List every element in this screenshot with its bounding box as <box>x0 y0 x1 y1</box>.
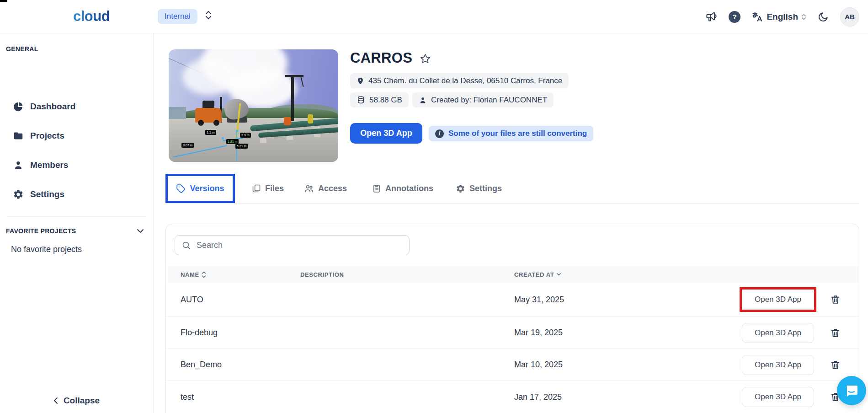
chevron-left-icon <box>53 397 58 404</box>
tab-label: Settings <box>469 184 502 193</box>
tab-access[interactable]: Access <box>304 174 347 203</box>
delete-version-button[interactable] <box>830 327 841 338</box>
open-3d-app-button[interactable]: Open 3D App <box>350 123 422 144</box>
thumbnail-valve <box>308 114 313 123</box>
measure-label: 5.21 m <box>235 144 248 149</box>
open-3d-app-row-button[interactable]: Open 3D App <box>742 290 814 310</box>
version-name: Ben_Demo <box>181 349 222 381</box>
sidebar-item-label: Settings <box>30 189 64 199</box>
favorite-projects-label: FAVORITE PROJECTS <box>6 227 76 235</box>
column-label: CREATED AT <box>514 271 554 278</box>
measure-label: 1.1 m <box>205 130 216 135</box>
tag-icon <box>176 184 186 193</box>
sidebar-item-projects[interactable]: Projects <box>0 121 153 150</box>
sidebar-item-settings[interactable]: Settings <box>0 180 153 209</box>
thumbnail-gantry <box>291 76 294 121</box>
sidebar-item-dashboard[interactable]: Dashboard <box>0 92 153 121</box>
version-created-at: Mar 19, 2025 <box>514 317 563 349</box>
tab-annotations[interactable]: Annotations <box>372 174 433 203</box>
trash-icon <box>830 294 841 306</box>
converting-notice-text: Some of your files are still converting <box>448 129 587 138</box>
trash-icon <box>830 327 841 338</box>
sidebar-item-label: Projects <box>30 131 64 141</box>
column-header-description[interactable]: DESCRIPTION <box>300 266 344 283</box>
gear-icon <box>456 184 465 193</box>
workspace-badge[interactable]: Internal <box>158 9 197 24</box>
trash-icon <box>830 359 841 370</box>
sidebar-item-label: Dashboard <box>30 102 75 112</box>
avatar[interactable]: AB <box>840 7 859 27</box>
top-bar: cloud Internal ? English AB <box>0 0 868 33</box>
chevron-down-icon <box>137 229 144 233</box>
creator-text: Created by: Florian FAUCONNET <box>431 96 547 105</box>
version-name: test <box>181 381 194 413</box>
column-header-name[interactable]: NAME <box>181 266 206 283</box>
favorites-empty-text: No favorite projects <box>11 245 82 254</box>
table-row[interactable]: test Jan 17, 2025 Open 3D App <box>166 381 859 413</box>
help-icon[interactable]: ? <box>729 11 740 23</box>
version-name: AUTO <box>181 283 203 316</box>
sidebar-section-general: GENERAL <box>6 45 38 53</box>
sort-updown-icon <box>202 271 206 278</box>
measure-label: 8.07 m <box>181 143 194 148</box>
project-thumbnail[interactable]: 1.1 m 2.9 m 1.81 m 8.07 m 5.21 m <box>169 49 338 162</box>
creator-badge: Created by: Florian FAUCONNET <box>412 92 554 107</box>
version-name: Flo-debug <box>181 317 218 349</box>
chat-bubble-icon <box>844 383 859 398</box>
workspace-selector-icon[interactable] <box>205 10 212 20</box>
page-title: CARROS <box>350 50 412 66</box>
thumbnail-wheel <box>198 120 204 126</box>
thumbnail-gantry <box>300 77 304 87</box>
version-created-at: May 31, 2025 <box>514 283 564 316</box>
screen-corner-artifact <box>0 0 7 2</box>
chat-widget-button[interactable] <box>837 376 866 405</box>
announcements-icon[interactable] <box>705 11 718 23</box>
favorite-star-icon[interactable] <box>420 53 431 64</box>
language-label: English <box>767 12 798 22</box>
favorite-projects-header[interactable]: FAVORITE PROJECTS <box>6 227 144 235</box>
annotation-red-box: Open 3D App <box>740 287 816 312</box>
column-label: NAME <box>181 271 199 278</box>
database-icon <box>357 96 365 104</box>
tab-label: Access <box>318 184 347 193</box>
translate-icon <box>751 11 763 23</box>
info-icon: i <box>435 129 444 138</box>
sort-down-icon <box>556 273 561 276</box>
clipboard-icon <box>372 184 381 193</box>
table-row[interactable]: Flo-debug Mar 19, 2025 Open 3D App <box>166 317 859 349</box>
sidebar-divider <box>7 216 146 217</box>
topbar-actions: ? English AB <box>705 0 859 33</box>
delete-version-button[interactable] <box>830 294 841 306</box>
search-box <box>175 235 410 255</box>
sidebar-nav: Dashboard Projects Members Settings <box>0 92 153 209</box>
column-header-created-at[interactable]: CREATED AT <box>514 266 561 283</box>
tabbar-divider <box>165 203 859 204</box>
delete-version-button[interactable] <box>830 359 841 370</box>
thumbnail-valve <box>284 117 291 125</box>
table-row[interactable]: Ben_Demo Mar 10, 2025 Open 3D App <box>166 349 859 381</box>
table-row[interactable]: AUTO May 31, 2025 Open 3D App <box>166 283 859 317</box>
sidebar-item-members[interactable]: Members <box>0 150 153 180</box>
tab-files[interactable]: Files <box>252 174 284 203</box>
language-selector[interactable]: English <box>751 11 806 23</box>
search-input[interactable] <box>197 241 403 250</box>
files-icon <box>252 184 261 193</box>
pie-chart-icon <box>13 101 24 112</box>
table-header-row: NAME DESCRIPTION CREATED AT <box>166 266 859 283</box>
chevron-updown-icon <box>801 13 806 21</box>
collapse-sidebar-button[interactable]: Collapse <box>0 396 153 406</box>
dark-mode-icon[interactable] <box>817 11 829 23</box>
column-label: DESCRIPTION <box>300 271 344 278</box>
tab-versions[interactable]: Versions <box>165 174 235 203</box>
thumbnail-measure-point <box>222 137 224 139</box>
person-icon <box>419 96 427 104</box>
address-text: 435 Chem. du Collet de la Desse, 06510 C… <box>368 76 562 86</box>
open-3d-app-row-button[interactable]: Open 3D App <box>742 355 814 375</box>
open-3d-app-row-button[interactable]: Open 3D App <box>742 323 814 343</box>
open-3d-app-row-button[interactable]: Open 3D App <box>742 387 814 407</box>
tab-settings[interactable]: Settings <box>456 174 502 203</box>
gear-icon <box>13 189 24 200</box>
storage-size-badge: 58.88 GB <box>350 92 409 107</box>
address-badge: 435 Chem. du Collet de la Desse, 06510 C… <box>350 73 569 88</box>
app-logo[interactable]: cloud <box>73 8 110 25</box>
